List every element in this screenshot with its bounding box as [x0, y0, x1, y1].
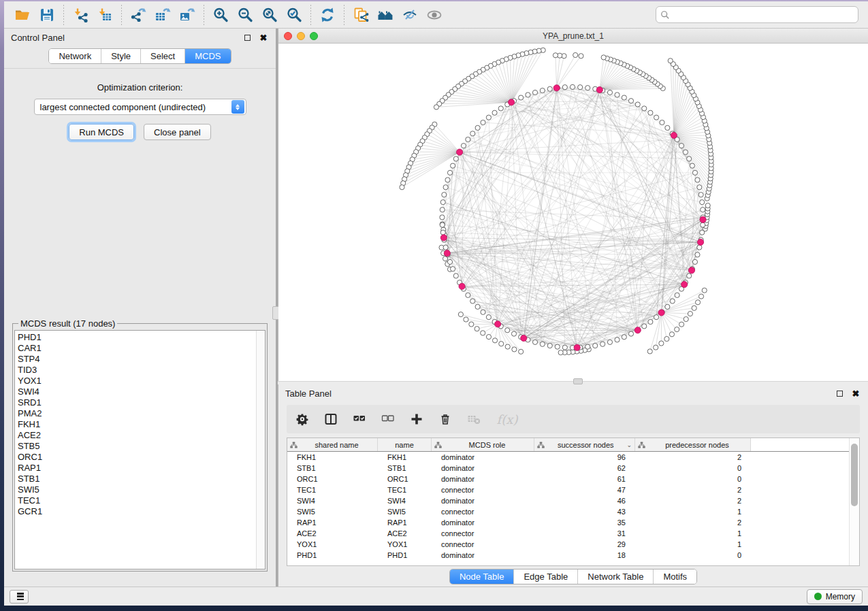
tab-motifs[interactable]: Motifs — [654, 569, 696, 584]
mcds-hub-node[interactable] — [509, 99, 515, 105]
houses-button[interactable] — [374, 4, 397, 26]
mcds-hub-node[interactable] — [495, 321, 501, 327]
tab-mcds[interactable]: MCDS — [185, 49, 230, 63]
mcds-result-item[interactable]: PHD1 — [18, 332, 255, 343]
mcds-hub-node[interactable] — [700, 216, 706, 222]
save-button[interactable] — [35, 4, 59, 26]
mcds-hub-node[interactable] — [681, 281, 688, 287]
mcds-hub-node[interactable] — [596, 86, 602, 93]
run-mcds-button[interactable]: Run MCDS — [69, 124, 134, 140]
settings-button[interactable] — [293, 410, 311, 429]
select-all-button[interactable] — [351, 410, 368, 429]
float-table-panel-icon[interactable] — [834, 388, 845, 399]
column-header-predecessor-nodes[interactable]: predecessor nodes — [635, 438, 751, 451]
zoom-fit-button[interactable] — [258, 4, 281, 26]
mcds-result-item[interactable]: SRD1 — [18, 397, 255, 408]
mcds-result-item[interactable]: FKH1 — [18, 419, 255, 430]
memory-button[interactable]: Memory — [807, 589, 863, 604]
table-row[interactable]: STB1STB1dominator620 — [287, 463, 859, 474]
table-scrollbar[interactable] — [849, 438, 859, 565]
column-header-name[interactable]: name — [378, 438, 432, 451]
search-input[interactable] — [673, 8, 854, 22]
tab-style[interactable]: Style — [101, 49, 141, 63]
export-table-button[interactable] — [151, 4, 174, 26]
table-row[interactable]: SWI4SWI4dominator462 — [287, 495, 859, 506]
mcds-hub-node[interactable] — [634, 327, 641, 333]
column-header-shared-name[interactable]: shared name — [287, 438, 378, 451]
mcds-result-item[interactable]: TEC1 — [18, 495, 255, 506]
export-image-button[interactable] — [176, 4, 199, 26]
close-panel-icon[interactable]: ✖ — [258, 32, 269, 43]
splitter-handle-horizontal[interactable] — [573, 378, 583, 384]
mcds-hub-node[interactable] — [658, 310, 664, 316]
close-panel-button[interactable]: Close panel — [144, 124, 211, 140]
close-table-panel-icon[interactable]: ✖ — [850, 388, 861, 399]
cell-successor-nodes: 96 — [534, 453, 635, 461]
tab-node-table[interactable]: Node Table — [450, 569, 515, 584]
panel-splitter-horizontal[interactable] — [278, 381, 868, 384]
mcds-result-item[interactable]: ORC1 — [18, 452, 255, 463]
mcds-result-item[interactable]: ACE2 — [18, 430, 255, 441]
mcds-result-item[interactable]: STP4 — [18, 354, 255, 365]
mcds-hub-node[interactable] — [553, 85, 560, 91]
mcds-hub-node[interactable] — [697, 239, 703, 245]
float-panel-icon[interactable] — [242, 32, 253, 43]
add-button[interactable] — [408, 410, 425, 429]
mcds-result-item[interactable]: TID3 — [18, 365, 255, 376]
table-row[interactable]: FKH1FKH1dominator962 — [287, 452, 859, 463]
table-row[interactable]: SWI5SWI5connector431 — [287, 506, 859, 517]
table-row[interactable]: YOX1YOX1connector291 — [287, 539, 859, 550]
mcds-result-item[interactable]: RAP1 — [18, 463, 255, 474]
tab-edge-table[interactable]: Edge Table — [514, 569, 578, 584]
import-table-button[interactable] — [93, 4, 116, 26]
mcds-hub-node[interactable] — [688, 267, 694, 274]
column-header-MCDS-role[interactable]: MCDS role — [432, 438, 534, 451]
panel-splitter-vertical[interactable] — [276, 29, 278, 587]
refresh-button[interactable] — [316, 4, 339, 26]
mcds-result-list[interactable]: PHD1CAR1STP4TID3YOX1SWI4SRD1PMA2FKH1ACE2… — [14, 330, 266, 569]
deselect-all-button[interactable] — [379, 410, 397, 429]
table-row[interactable]: TEC1TEC1connector472 — [287, 484, 859, 495]
mcds-hub-node[interactable] — [444, 250, 450, 257]
column-header-successor-nodes[interactable]: successor nodes⌄ — [534, 438, 635, 451]
mcds-result-item[interactable]: SWI5 — [18, 484, 255, 495]
mcds-result-item[interactable]: CAR1 — [18, 343, 255, 354]
mcds-hub-node[interactable] — [459, 283, 465, 289]
eye-button[interactable] — [423, 4, 446, 26]
share-document-button[interactable] — [349, 4, 372, 26]
trash-button[interactable] — [436, 410, 454, 429]
result-list-scrollbar[interactable] — [256, 331, 265, 569]
mcds-hub-node[interactable] — [521, 335, 527, 341]
optimization-criterion-select[interactable]: largest connected component (undirected) — [34, 99, 246, 115]
open-folder-button[interactable] — [11, 4, 34, 26]
tab-select[interactable]: Select — [141, 49, 185, 63]
network-canvas[interactable] — [278, 44, 868, 381]
network-window-titlebar[interactable]: YPA_prune.txt_1 — [278, 29, 868, 44]
zoom-check-button[interactable] — [283, 4, 306, 26]
mcds-result-item[interactable]: PMA2 — [18, 408, 255, 419]
import-network-button[interactable] — [69, 4, 92, 26]
mcds-hub-node[interactable] — [574, 344, 580, 350]
hide-eye-button[interactable] — [398, 4, 421, 26]
table-row[interactable]: ORC1ORC1dominator610 — [287, 474, 859, 484]
tab-network-table[interactable]: Network Table — [578, 569, 654, 584]
table-row[interactable]: ACE2ACE2connector311 — [287, 528, 859, 539]
task-history-button[interactable] — [10, 590, 29, 604]
tab-network[interactable]: Network — [49, 49, 101, 63]
table-scrollbar-thumb[interactable] — [851, 444, 858, 506]
zoom-out-button[interactable] — [234, 4, 257, 26]
export-network-button[interactable] — [127, 4, 150, 26]
mcds-result-item[interactable]: YOX1 — [18, 376, 255, 386]
mcds-result-item[interactable]: SWI4 — [18, 386, 255, 397]
zoom-in-button[interactable] — [209, 4, 232, 26]
table-row[interactable]: RAP1RAP1dominator352 — [287, 517, 859, 528]
columns-button[interactable] — [322, 410, 340, 429]
table-row[interactable]: PHD1PHD1dominator180 — [287, 550, 859, 561]
search-field[interactable] — [656, 6, 858, 23]
mcds-result-item[interactable]: STB5 — [18, 441, 255, 452]
mcds-hub-node[interactable] — [440, 235, 447, 241]
mcds-result-item[interactable]: STB1 — [18, 474, 255, 484]
mcds-result-item[interactable]: GCR1 — [18, 506, 255, 517]
mcds-hub-node[interactable] — [456, 149, 462, 155]
mcds-hub-node[interactable] — [671, 132, 677, 138]
